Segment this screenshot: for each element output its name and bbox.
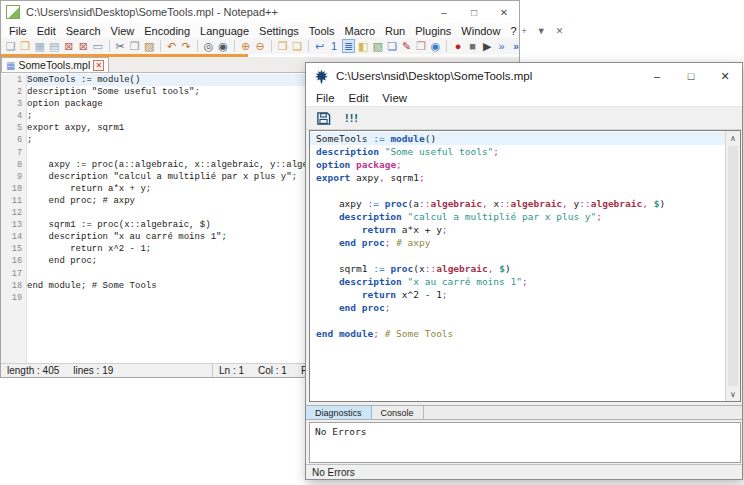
maple-code-line[interactable]: return x^2 - 1; bbox=[310, 288, 725, 301]
indent-guide-icon[interactable]: ≣ bbox=[342, 39, 356, 53]
undo-icon[interactable]: ↶ bbox=[165, 39, 179, 53]
user-dialog-icon[interactable]: ◧ bbox=[356, 39, 370, 53]
line-number: 1 bbox=[1, 74, 27, 86]
execute-code-button[interactable]: !!! bbox=[345, 112, 359, 124]
code-token bbox=[316, 211, 339, 222]
maple-minimize-button[interactable]: – bbox=[640, 63, 674, 89]
stop-macro-icon[interactable]: ■ bbox=[466, 39, 480, 53]
code-token: :: bbox=[419, 198, 430, 209]
maple-code-line[interactable]: option package; bbox=[310, 158, 725, 171]
npp-tab-sometools[interactable]: ▦ SomeTools.mpl ✕ bbox=[1, 57, 109, 72]
code-token: # axpy bbox=[396, 237, 430, 248]
maple-code-line[interactable]: export axpy, sqrm1; bbox=[310, 171, 725, 184]
line-number: 11 bbox=[1, 195, 27, 207]
scroll-up-icon[interactable]: ∧ bbox=[726, 131, 740, 145]
cut-icon[interactable]: ✂ bbox=[113, 39, 127, 53]
npp-menu-encoding[interactable]: Encoding bbox=[139, 25, 195, 37]
toolbar-overflow-icon[interactable]: » bbox=[513, 41, 519, 52]
code-token: axpy bbox=[350, 172, 379, 183]
npp-menubar: FileEditSearchViewEncodingLanguageSettin… bbox=[1, 23, 519, 38]
maple-code-line[interactable] bbox=[310, 184, 725, 197]
npp-menu-search[interactable]: Search bbox=[61, 25, 106, 37]
npp-menu-view[interactable]: View bbox=[106, 25, 140, 37]
maple-code-line[interactable]: description "calcul a multiplié par x pl… bbox=[310, 210, 725, 223]
npp-menu-settings[interactable]: Settings bbox=[254, 25, 304, 37]
npp-menu-plugins[interactable]: Plugins bbox=[410, 25, 456, 37]
restore-zoom-icon[interactable]: ❐ bbox=[276, 39, 290, 53]
fullscreen-icon[interactable]: ❏ bbox=[290, 39, 304, 53]
maple-code-line[interactable] bbox=[310, 249, 725, 262]
maple-code-line[interactable]: axpy := proc(a::algebraic, x::algebraic,… bbox=[310, 197, 725, 210]
maple-titlebar[interactable]: C:\Users\nsid\Desktop\SomeTools.mpl – □ … bbox=[306, 63, 742, 89]
save-icon[interactable]: ▦ bbox=[33, 39, 47, 53]
copy-icon[interactable]: ❐ bbox=[128, 39, 142, 53]
close-file-icon[interactable]: ⊠ bbox=[62, 39, 76, 53]
new-tab-icon[interactable]: + bbox=[522, 26, 527, 36]
maple-code-line[interactable]: description "x au carré moins 1"; bbox=[310, 275, 725, 288]
npp-menu-file[interactable]: File bbox=[4, 25, 32, 37]
maple-code-line[interactable]: return a*x + y; bbox=[310, 223, 725, 236]
word-wrap-icon[interactable]: ↩ bbox=[313, 39, 327, 53]
maple-menu-file[interactable]: File bbox=[309, 92, 342, 104]
code-token: export bbox=[316, 172, 350, 183]
document-switcher-icon[interactable]: ✎ bbox=[400, 39, 414, 53]
save-floppy-icon[interactable] bbox=[316, 111, 331, 126]
tab-diagnostics[interactable]: Diagnostics bbox=[306, 406, 372, 419]
code-token: return bbox=[362, 224, 396, 235]
maple-code-line[interactable]: sqrm1 := proc(x::algebraic, $) bbox=[310, 262, 725, 275]
npp-close-button[interactable]: ✕ bbox=[489, 1, 519, 23]
redo-icon[interactable]: ↷ bbox=[179, 39, 193, 53]
maple-menu-edit[interactable]: Edit bbox=[342, 92, 376, 104]
maple-code-editor[interactable]: SomeTools := module()description "Some u… bbox=[309, 130, 741, 402]
replace-icon[interactable]: ◉ bbox=[216, 39, 230, 53]
scrollbar-thumb[interactable] bbox=[728, 146, 738, 386]
zoom-in-icon[interactable]: ⊕ bbox=[239, 39, 253, 53]
code-token: () bbox=[425, 133, 436, 144]
maple-code-line[interactable]: end proc; # axpy bbox=[310, 236, 725, 249]
npp-menu-run[interactable]: Run bbox=[380, 25, 410, 37]
new-file-icon[interactable]: ❏ bbox=[4, 39, 18, 53]
show-all-chars-icon[interactable]: 1 bbox=[327, 39, 341, 53]
tab-close-icon[interactable]: ✕ bbox=[93, 60, 104, 71]
line-number: 2 bbox=[1, 86, 27, 98]
npp-menu-macro[interactable]: Macro bbox=[339, 25, 380, 37]
monitoring-icon[interactable]: ◉ bbox=[429, 39, 443, 53]
open-folder-icon[interactable]: ❒ bbox=[19, 39, 33, 53]
document-map-icon[interactable]: ▧ bbox=[371, 39, 385, 53]
maple-close-button[interactable]: ✕ bbox=[708, 63, 742, 89]
function-list-icon[interactable]: ❏ bbox=[385, 39, 399, 53]
close-tab-icon[interactable]: ✕ bbox=[556, 26, 564, 36]
npp-titlebar[interactable]: C:\Users\nsid\Desktop\SomeTools.mpl - No… bbox=[1, 1, 519, 23]
paste-icon[interactable]: ▨ bbox=[142, 39, 156, 53]
tab-console[interactable]: Console bbox=[372, 406, 424, 419]
save-all-icon[interactable]: ▤ bbox=[48, 39, 62, 53]
maple-code-line[interactable]: end module; # Some Tools bbox=[310, 327, 725, 340]
maple-menu-view[interactable]: View bbox=[375, 92, 414, 104]
play-macro-icon[interactable]: ▶ bbox=[480, 39, 494, 53]
maple-maximize-button[interactable]: □ bbox=[674, 63, 708, 89]
line-number: 7 bbox=[1, 147, 27, 159]
toolbar-separator bbox=[160, 40, 161, 52]
npp-menu-language[interactable]: Language bbox=[195, 25, 254, 37]
find-icon[interactable]: ◎ bbox=[202, 39, 216, 53]
zoom-out-icon[interactable]: ⊖ bbox=[253, 39, 267, 53]
npp-menu-tools[interactable]: Tools bbox=[304, 25, 340, 37]
npp-menu-edit[interactable]: Edit bbox=[32, 25, 61, 37]
maple-code-line[interactable]: end proc; bbox=[310, 301, 725, 314]
close-all-icon[interactable]: ⊠ bbox=[77, 39, 91, 53]
scroll-down-icon[interactable]: ∨ bbox=[726, 387, 740, 401]
save-macro-icon[interactable]: » bbox=[495, 39, 509, 53]
code-token: "x au carré moins 1" bbox=[408, 276, 522, 287]
print-icon[interactable]: ▭ bbox=[91, 39, 105, 53]
npp-minimize-button[interactable]: – bbox=[429, 1, 459, 23]
maple-code-line[interactable] bbox=[310, 314, 725, 327]
vertical-scrollbar[interactable]: ∧ ∨ bbox=[725, 131, 740, 401]
maple-code-line[interactable]: SomeTools := module() bbox=[310, 132, 725, 145]
record-macro-icon[interactable]: ● bbox=[451, 39, 465, 53]
npp-maximize-button[interactable]: □ bbox=[459, 1, 489, 23]
folder-workspace-icon[interactable]: ❒ bbox=[414, 39, 428, 53]
npp-menu-help[interactable]: ? bbox=[505, 25, 521, 37]
maple-code-line[interactable]: description "Some useful tools"; bbox=[310, 145, 725, 158]
tab-list-icon[interactable]: ▼ bbox=[537, 26, 546, 36]
npp-menu-window[interactable]: Window bbox=[456, 25, 505, 37]
